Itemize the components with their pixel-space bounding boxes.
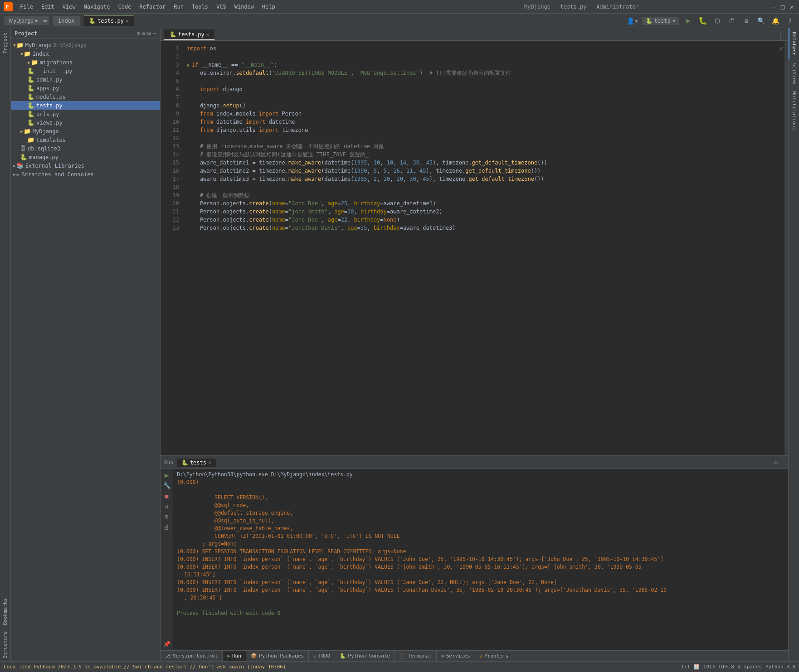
menu-code[interactable]: Code — [115, 3, 135, 11]
window-controls: − □ ✕ — [770, 3, 795, 10]
run-table-icon[interactable]: ⊞ — [164, 512, 170, 521]
user-icon[interactable]: 👤▾ — [627, 17, 638, 24]
console-line-6: @@default_storage_engine, — [177, 509, 784, 517]
debug-button[interactable]: 🐛 — [697, 15, 708, 26]
admin-icon: 🐍 — [27, 76, 34, 83]
tree-settings-icon[interactable]: ⚙ — [137, 30, 141, 37]
bookmarks-icon[interactable]: Bookmarks — [1, 595, 9, 628]
run-settings-icon[interactable]: ⚙ — [775, 459, 778, 466]
toolbar-todo[interactable]: ☑ TODO — [309, 651, 335, 661]
tree-tests[interactable]: 🐍 tests.py — [11, 101, 160, 110]
editor-tab-close[interactable]: ✕ — [206, 32, 209, 38]
run-stop-icon[interactable]: ■ — [164, 492, 170, 500]
code-content[interactable]: import os ▶if __name__ == "__main__": os… — [183, 41, 788, 455]
notifications-panel-tab[interactable]: Notifications — [789, 87, 799, 134]
notifications-button[interactable]: 🔔 — [770, 15, 781, 26]
toolbar-problems[interactable]: ⚠ Problems — [475, 651, 514, 661]
console-line-3 — [177, 486, 784, 494]
tree-init[interactable]: 🐍 __init__.py — [11, 67, 160, 75]
toolbar-python-console[interactable]: 🐍 Python Console — [335, 651, 395, 661]
run-config-dropdown[interactable]: ▾ — [672, 18, 676, 24]
tree-root[interactable]: ▾📁 MyDjango D:\MyDjango — [11, 41, 160, 49]
tree-views[interactable]: 🐍 views.py — [11, 118, 160, 127]
menu-run[interactable]: Run — [170, 3, 187, 11]
settings-button[interactable]: ⚙ — [741, 15, 752, 26]
editor-tab-tests[interactable]: 🐍 tests.py ✕ — [164, 29, 214, 40]
tree-mydjango-sub-label: MyDjango — [33, 128, 59, 135]
run-minimize-icon[interactable]: — — [781, 459, 784, 466]
tree-db[interactable]: 🗄 db.sqlite3 — [11, 144, 160, 153]
init-icon: 🐍 — [27, 68, 34, 74]
editor-content[interactable]: 12345 678910 1112131415 1617181920 21222… — [161, 41, 788, 455]
windows-icon: 🪟 — [693, 664, 700, 670]
run-play-button[interactable]: ▶ — [165, 471, 169, 479]
run-pin-icon[interactable]: 📌 — [162, 640, 171, 648]
project-selector[interactable]: MyDjango ▾ — [4, 16, 49, 25]
database-panel-tab[interactable]: Database — [789, 28, 799, 59]
project-panel-icon[interactable]: Project — [1, 30, 9, 56]
menu-refactor[interactable]: Refactor — [136, 3, 169, 11]
tree-expand-icon[interactable]: ⊞ — [147, 30, 151, 37]
toolbar-run[interactable]: ▶ Run — [223, 651, 246, 661]
run-config[interactable]: 🐍 tests ▾ — [642, 17, 679, 25]
menu-tools[interactable]: Tools — [188, 3, 212, 11]
tree-close-icon[interactable]: — — [153, 30, 156, 37]
structure-icon[interactable]: Structure — [1, 628, 9, 661]
tree-manage[interactable]: 🐍 manage.py — [11, 153, 160, 161]
indent[interactable]: 4 spaces — [738, 664, 762, 670]
code-line-4: os.environ.setdefault('DJANGO_SETTINGS_M… — [187, 69, 784, 77]
python-version[interactable]: Python 3.8 — [765, 664, 795, 670]
toolbar-version-control[interactable]: ⎇ Version Control — [161, 651, 223, 661]
status-right: 1:1 🪟 CRLF UTF-8 4 spaces Python 3.8 — [681, 664, 795, 670]
tab-close-icon[interactable]: ✕ — [126, 18, 129, 24]
sciview-panel-tab[interactable]: SciView — [789, 59, 799, 87]
tree-ext-libs[interactable]: ▸📚 External Libraries — [11, 161, 160, 170]
profile-button[interactable]: ⏱ — [726, 15, 737, 26]
run-tab[interactable]: 🐍 tests ✕ — [177, 459, 216, 467]
menu-window[interactable]: Window — [231, 3, 258, 11]
minimize-button[interactable]: − — [770, 3, 777, 10]
menu-edit[interactable]: Edit — [38, 3, 58, 11]
toolbar-terminal[interactable]: ⬛ Terminal — [395, 651, 437, 661]
tab-index-label: index — [58, 18, 74, 24]
scroll-bar[interactable] — [784, 41, 788, 455]
run-tab-close[interactable]: ✕ — [208, 459, 211, 465]
code-line-2 — [187, 53, 784, 61]
toolbar-python-packages[interactable]: 📦 Python Packages — [246, 651, 309, 661]
tree-templates[interactable]: 📁 templates — [11, 135, 160, 144]
toolbar-services[interactable]: ⚙ Services — [437, 651, 475, 661]
line-sep[interactable]: CRLF — [703, 664, 716, 670]
tests-icon: 🐍 — [27, 102, 34, 109]
menu-file[interactable]: File — [16, 3, 37, 11]
menu-navigate[interactable]: Navigate — [80, 3, 114, 11]
editor-more-icon[interactable]: ⋮ — [777, 32, 784, 40]
encoding[interactable]: UTF-8 — [719, 664, 734, 670]
run-wrench-icon[interactable]: 🔧 — [162, 481, 171, 490]
maximize-button[interactable]: □ — [779, 3, 786, 10]
help-button[interactable]: ? — [784, 15, 795, 26]
tab-index[interactable]: index — [53, 16, 80, 26]
tree-apps[interactable]: 🐍 apps.py — [11, 84, 160, 92]
tree-mydjango-sub[interactable]: ▸📁 MyDjango — [11, 127, 160, 135]
tree-admin[interactable]: 🐍 admin.py — [11, 75, 160, 84]
tree-urls[interactable]: 🐍 urls.py — [11, 110, 160, 118]
console-line-1: D:\Python\Python38\python.exe D:\MyDjang… — [177, 471, 784, 479]
tree-migrations[interactable]: ▸📁 migrations — [11, 58, 160, 67]
close-button[interactable]: ✕ — [788, 3, 795, 10]
tree-collapse-icon[interactable]: ≡ — [142, 30, 146, 37]
menu-view[interactable]: View — [59, 3, 79, 11]
vc-label: Version Control — [173, 653, 218, 659]
menu-vcs[interactable]: VCS — [213, 3, 230, 11]
coverage-button[interactable]: ⬡ — [712, 15, 723, 26]
run-rerun-icon[interactable]: ↺ — [164, 502, 170, 511]
search-button[interactable]: 🔍 — [755, 15, 766, 26]
menu-help[interactable]: Help — [258, 3, 279, 11]
editor-tab-label: tests.py — [178, 31, 205, 38]
code-line-6: import django — [187, 85, 784, 93]
tree-models[interactable]: 🐍 models.py — [11, 92, 160, 101]
tree-index-folder[interactable]: ▾📁 index — [11, 49, 160, 58]
run-print-icon[interactable]: 🖨 — [163, 523, 171, 532]
tree-scratches[interactable]: ▸✏ Scratches and Consoles — [11, 170, 160, 179]
run-button[interactable]: ▶ — [683, 15, 694, 26]
tab-tests[interactable]: 🐍 tests.py ✕ — [83, 15, 134, 26]
